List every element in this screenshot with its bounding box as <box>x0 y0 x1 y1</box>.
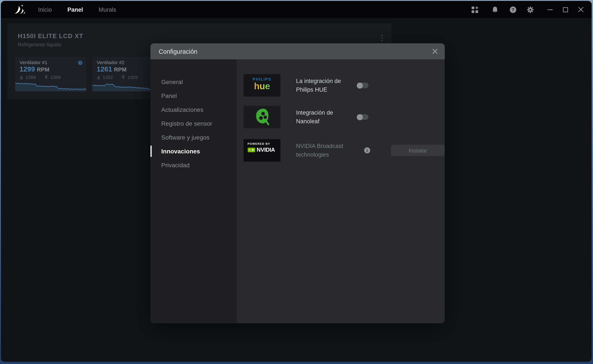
settings-sidebar: General Panel Actualizaciones Registro d… <box>150 59 237 323</box>
fan-rpm-value: 1261 RPM <box>97 65 127 73</box>
add-widget-icon[interactable] <box>471 6 479 13</box>
settings-dialog-title: Configuración <box>159 48 197 55</box>
settings-dialog-titlebar: Configuración <box>150 43 445 59</box>
nanoleaf-logo <box>244 106 280 128</box>
fan-card-1[interactable]: Ventilador #1 1299 RPM <box>15 57 86 91</box>
integration-label: La integración de Philips HUE <box>296 77 341 94</box>
sidebar-item-registro-de-sensor[interactable]: Registro de sensor <box>150 117 237 130</box>
desktop: Inicio Panel Murals <box>0 0 593 364</box>
dialog-close-icon[interactable] <box>431 47 439 55</box>
corsair-logo-icon <box>14 4 25 15</box>
sidebar-item-software-y-juegos[interactable]: Software y juegos <box>150 130 237 144</box>
help-icon[interactable]: ? <box>510 6 516 13</box>
nav-panel[interactable]: Panel <box>67 6 83 13</box>
nav-inicio[interactable]: Inicio <box>38 6 52 13</box>
icue-app-window: Inicio Panel Murals <box>1 1 592 362</box>
fan-rpm-value: 1299 RPM <box>20 65 49 73</box>
philips-hue-logo: PHILIPS hue <box>244 74 280 97</box>
notifications-bell-icon[interactable] <box>492 6 499 13</box>
integration-row-nanoleaf: Integración de Nanoleaf <box>244 106 445 128</box>
fan-settings-gear-icon[interactable] <box>78 59 83 67</box>
philips-hue-toggle[interactable] <box>357 83 368 88</box>
integration-label: Integración de Nanoleaf <box>296 109 333 125</box>
integration-row-philips-hue: PHILIPS hue La integración de Philips HU… <box>244 74 445 97</box>
device-subtitle: Refrigerante líquido <box>18 42 61 47</box>
maximize-button[interactable] <box>563 7 568 12</box>
sidebar-item-actualizaciones[interactable]: Actualizaciones <box>150 103 237 117</box>
integration-row-nvidia-broadcast: POWERED BY NVIDIA <box>244 139 445 162</box>
fan-name: Ventilador #2 <box>97 60 124 65</box>
integration-label: NVIDIA Broadcast technologies <box>296 142 343 159</box>
info-icon[interactable]: i <box>364 147 370 153</box>
sidebar-item-privacidad[interactable]: Privacidad <box>150 158 237 172</box>
main-nav: Inicio Panel Murals <box>38 6 116 13</box>
nav-murals[interactable]: Murals <box>99 6 116 13</box>
fan-name: Ventilador #1 <box>20 60 47 65</box>
settings-gear-icon[interactable] <box>527 6 534 13</box>
minimize-button[interactable] <box>547 6 553 13</box>
install-button[interactable]: Instalar <box>391 145 445 156</box>
close-button[interactable] <box>578 6 584 13</box>
settings-dialog: Configuración General Panel Actualizacio… <box>150 43 445 323</box>
nanoleaf-toggle[interactable] <box>357 114 368 120</box>
sidebar-item-innovaciones[interactable]: Innovaciones <box>150 144 237 158</box>
device-overflow-menu-icon[interactable] <box>381 35 383 41</box>
nvidia-eye-icon <box>248 147 255 152</box>
nvidia-logo: POWERED BY NVIDIA <box>244 139 280 162</box>
app-titlebar: Inicio Panel Murals <box>1 1 592 18</box>
settings-dialog-body: General Panel Actualizaciones Registro d… <box>150 59 445 323</box>
sidebar-item-panel[interactable]: Panel <box>150 89 237 103</box>
sidebar-item-general[interactable]: General <box>150 75 237 89</box>
device-title: H150I ELITE LCD XT <box>18 32 83 39</box>
fan-rpm-sparkline <box>15 78 86 91</box>
innovations-content: PHILIPS hue La integración de Philips HU… <box>237 59 445 323</box>
titlebar-actions: ? <box>471 1 592 18</box>
